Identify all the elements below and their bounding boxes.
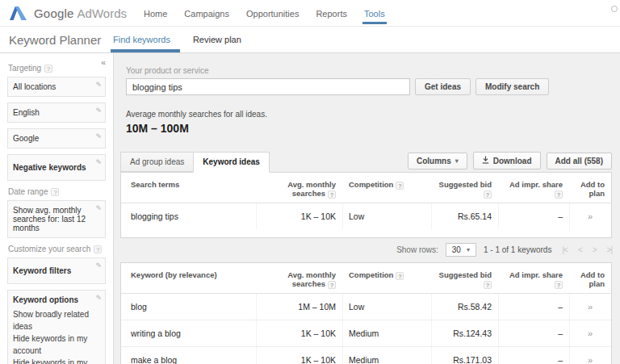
help-icon[interactable]: ? — [51, 188, 59, 196]
customize-search-heading: Customize your search ? — [8, 245, 106, 253]
tab-review-plan[interactable]: Review plan — [193, 27, 245, 52]
add-chevrons-icon[interactable]: » — [588, 211, 593, 221]
suggested-bid-header-label: Suggested bid — [439, 180, 492, 189]
col-header-suggested-bid[interactable]: Suggested bid? — [431, 173, 498, 203]
col-header-competition[interactable]: Competition? — [342, 263, 431, 294]
help-icon[interactable]: ? — [94, 245, 102, 253]
nav-item-campaigns[interactable]: Campaigns — [182, 0, 231, 26]
add-chevrons-icon[interactable]: » — [588, 355, 593, 364]
network-label: Google — [13, 134, 39, 143]
table-cell-impr-share: – — [498, 294, 569, 320]
col-header-suggested-bid[interactable]: Suggested bid? — [431, 263, 498, 294]
col-header-keyword-relevance[interactable]: Keyword (by relevance) — [121, 263, 256, 294]
col-header-search-terms[interactable]: Search terms — [121, 173, 256, 203]
add-to-plan-button[interactable]: » — [569, 320, 611, 346]
prev-page-icon[interactable]: < — [578, 245, 582, 254]
download-label: Download — [493, 157, 532, 165]
col-header-ad-impr-share[interactable]: Ad impr. share? — [498, 263, 569, 294]
add-to-plan-button[interactable]: » — [569, 203, 611, 229]
ad-impr-header-label: Ad impr. share — [509, 180, 563, 189]
account-circle-icon[interactable] — [611, 6, 618, 12]
table-cell-bid: Rs.65.14 — [431, 203, 498, 229]
nav-item-opportunities[interactable]: Opportunities — [245, 0, 300, 26]
col-header-add-to-plan: Add to plan — [569, 263, 611, 294]
adwords-logo-icon — [10, 6, 34, 20]
col-header-competition[interactable]: Competition? — [342, 173, 431, 203]
next-page-icon[interactable]: > — [593, 245, 597, 254]
table-cell-keyword: writing a blog — [121, 320, 256, 346]
last-page-icon[interactable]: >| — [607, 245, 612, 254]
add-all-button[interactable]: Add all (558) — [547, 153, 612, 169]
edit-pencil-icon[interactable]: ✎ — [95, 107, 102, 115]
col-header-add-to-plan: Add to plan — [569, 173, 611, 203]
sidebar-item-negative-keywords[interactable]: Negative keywords ✎ — [7, 154, 106, 181]
table-cell-bid: Rs.58.42 — [431, 294, 498, 320]
product-service-input[interactable] — [126, 78, 410, 95]
add-to-plan-button[interactable]: » — [569, 346, 611, 364]
edit-pencil-icon[interactable]: ✎ — [95, 132, 102, 140]
help-icon[interactable]: ? — [44, 65, 52, 73]
col-header-avg-monthly-searches[interactable]: Avg. monthly searches? — [256, 173, 342, 203]
add-all-label: Add all (558) — [555, 157, 603, 165]
tab-ad-group-ideas[interactable]: Ad group ideas — [120, 152, 194, 172]
edit-pencil-icon[interactable]: ✎ — [95, 81, 102, 89]
keyword-filters-label: Keyword filters — [13, 266, 71, 275]
date-range-label: Show avg. monthly searches for: last 12 … — [13, 206, 86, 232]
columns-dropdown[interactable]: Columns ▾ — [408, 153, 467, 169]
help-icon[interactable]: ? — [484, 281, 492, 289]
show-rows-label: Show rows: — [396, 245, 438, 254]
columns-label: Columns — [417, 157, 451, 165]
add-chevrons-icon[interactable]: » — [588, 302, 593, 312]
option-hide-account-keywords[interactable]: Hide keywords in my account — [13, 333, 92, 357]
option-hide-plan-keywords[interactable]: Hide keywords in my plan — [13, 357, 92, 364]
brand-google: Google — [34, 6, 74, 20]
col-header-avg-monthly-searches[interactable]: Avg. monthly searches? — [256, 263, 342, 294]
all-locations-label: All locations — [13, 82, 56, 91]
help-icon[interactable]: ? — [328, 190, 336, 199]
first-page-icon[interactable]: |< — [562, 245, 567, 254]
search-terms-card: Search terms Avg. monthly searches? Comp… — [120, 172, 612, 238]
add-chevrons-icon[interactable]: » — [588, 328, 593, 338]
help-icon[interactable]: ? — [396, 272, 404, 280]
sidebar-collapse-button[interactable]: « — [101, 57, 106, 67]
main-nav-menu: Home Campaigns Opportunities Reports Too… — [142, 0, 400, 26]
edit-pencil-icon[interactable]: ✎ — [95, 204, 102, 212]
search-terms-table: Search terms Avg. monthly searches? Comp… — [121, 173, 611, 229]
edit-pencil-icon[interactable]: ✎ — [95, 158, 102, 166]
show-rows-value: 30 — [452, 245, 461, 254]
help-icon[interactable]: ? — [328, 281, 336, 289]
tab-keyword-ideas[interactable]: Keyword ideas — [193, 152, 270, 173]
nav-item-home[interactable]: Home — [142, 0, 169, 26]
sidebar-item-language[interactable]: English ✎ — [7, 103, 106, 123]
adwords-logo[interactable]: Google AdWords — [10, 6, 127, 20]
show-rows-select[interactable]: 30 ▾ — [446, 243, 476, 257]
nav-item-tools[interactable]: Tools — [362, 0, 387, 26]
sidebar-item-keyword-options[interactable]: Keyword options ✎ Show broadly related i… — [7, 290, 106, 364]
help-icon[interactable]: ? — [555, 281, 563, 289]
ad-impr-header-label: Ad impr. share — [509, 270, 563, 279]
edit-pencil-icon[interactable]: ✎ — [95, 294, 102, 302]
sidebar-item-keyword-filters[interactable]: Keyword filters ✎ — [7, 257, 106, 284]
help-icon[interactable]: ? — [555, 190, 563, 199]
negative-keywords-label: Negative keywords — [13, 163, 86, 172]
tab-find-keywords[interactable]: Find keywords — [113, 27, 174, 52]
nav-item-reports[interactable]: Reports — [314, 0, 349, 26]
add-to-plan-button[interactable]: » — [569, 294, 611, 320]
sidebar-item-all-locations[interactable]: All locations ✎ — [7, 77, 106, 97]
targeting-sidebar: Targeting ? All locations ✎ English ✎ Go… — [0, 53, 114, 364]
customize-search-heading-label: Customize your search — [8, 245, 90, 253]
table-cell-competition: Low — [342, 294, 431, 320]
get-ideas-button[interactable]: Get ideas — [415, 78, 471, 95]
sidebar-item-network[interactable]: Google ✎ — [7, 128, 106, 149]
option-broadly-related[interactable]: Show broadly related ideas — [13, 308, 92, 333]
table-cell-term: blogging tips — [121, 203, 256, 229]
download-button[interactable]: Download — [473, 152, 541, 169]
col-header-ad-impr-share[interactable]: Ad impr. share? — [498, 173, 569, 203]
modify-search-button[interactable]: Modify search — [475, 78, 549, 95]
help-icon[interactable]: ? — [396, 182, 404, 190]
edit-pencil-icon[interactable]: ✎ — [95, 261, 102, 270]
brand-adwords: AdWords — [78, 6, 127, 20]
help-icon[interactable]: ? — [484, 190, 492, 199]
date-range-heading-label: Date range — [8, 187, 48, 196]
sidebar-item-date-range[interactable]: Show avg. monthly searches for: last 12 … — [7, 200, 106, 238]
